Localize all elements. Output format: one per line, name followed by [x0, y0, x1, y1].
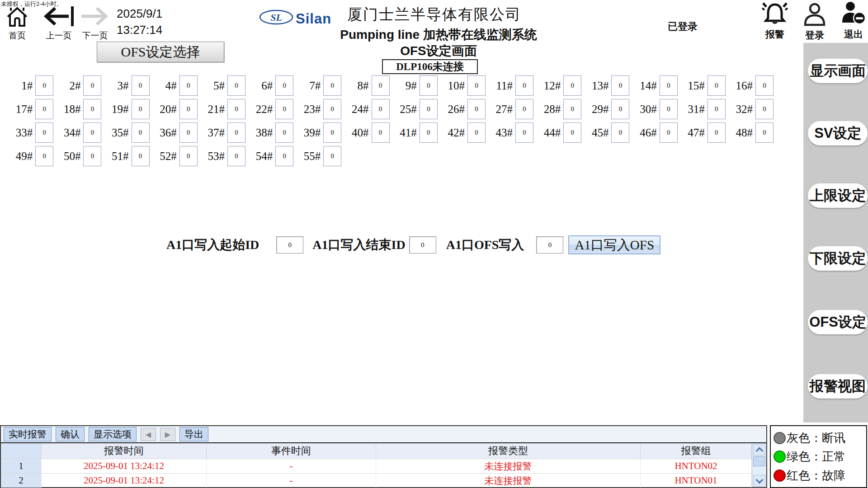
channel-value-input[interactable]: 0 — [563, 75, 581, 96]
channel-value-input[interactable]: 0 — [660, 122, 678, 143]
channel-value-input[interactable]: 0 — [227, 99, 245, 119]
channel-value-input[interactable]: 0 — [515, 75, 533, 96]
channel-value-input[interactable]: 0 — [132, 146, 150, 166]
channel-value-input[interactable]: 0 — [275, 75, 293, 96]
channel-value-input[interactable]: 0 — [467, 75, 486, 96]
channel-label: 30# — [629, 103, 659, 116]
channel-value-input[interactable]: 0 — [660, 75, 678, 96]
sidebar-item-lower-limit-setting[interactable]: 下限设定 — [808, 246, 868, 271]
channel-value-input[interactable]: 0 — [611, 75, 629, 96]
login-button[interactable]: 登录 — [802, 3, 827, 42]
a1-ofs-value-input[interactable]: 0 — [536, 236, 563, 253]
channel-value-input[interactable]: 0 — [275, 122, 293, 143]
sidebar-item-ofs-setting[interactable]: OFS设定 — [808, 310, 868, 334]
channel-value-input[interactable]: 0 — [83, 75, 101, 96]
channel-value-input[interactable]: 0 — [132, 99, 150, 119]
next-page-button[interactable]: 下一页 — [78, 5, 112, 42]
home-button[interactable]: 首页 — [5, 5, 30, 42]
login-status-badge: 已登录 — [668, 20, 698, 33]
alarm-table-row[interactable]: 22025-09-01 13:24:12-未连接报警HNTON01 — [1, 473, 752, 488]
channel-value-input[interactable]: 0 — [372, 99, 390, 119]
sidebar-item-upper-limit-setting[interactable]: 上限设定 — [808, 183, 868, 208]
legend-label: 绿色：正常 — [787, 449, 845, 465]
alarm-nav-label: 报警 — [761, 28, 788, 41]
channel-value-input[interactable]: 0 — [227, 75, 245, 96]
channel-value-input[interactable]: 0 — [275, 146, 293, 166]
sidebar-item-alarm-view[interactable]: 报警视图 — [808, 374, 868, 399]
export-button[interactable]: 导出 — [179, 427, 208, 441]
channel-value-input[interactable]: 0 — [132, 75, 150, 96]
channel-value-input[interactable]: 0 — [179, 146, 198, 166]
channel-value-input[interactable]: 0 — [611, 122, 629, 143]
page-left-button[interactable]: ◀ — [141, 428, 156, 441]
channel-value-input[interactable]: 0 — [708, 99, 726, 119]
channel-value-input[interactable]: 0 — [179, 99, 198, 119]
channel-cell: 33#0 — [5, 122, 53, 143]
realtime-alarm-button[interactable]: 实时报警 — [4, 427, 52, 441]
channel-value-input[interactable]: 0 — [323, 146, 341, 166]
prev-page-button[interactable]: 上一页 — [42, 5, 76, 42]
channel-value-input[interactable]: 0 — [227, 122, 245, 143]
channel-value-input[interactable]: 0 — [83, 99, 101, 119]
channel-value-input[interactable]: 0 — [372, 75, 390, 96]
scroll-up-button[interactable] — [753, 444, 765, 455]
channel-value-input[interactable]: 0 — [372, 122, 390, 143]
channel-value-input[interactable]: 0 — [611, 99, 629, 119]
channel-value-input[interactable]: 0 — [515, 122, 533, 143]
legend-label: 灰色：断讯 — [787, 430, 845, 446]
channel-value-input[interactable]: 0 — [179, 75, 198, 96]
channel-value-input[interactable]: 0 — [755, 99, 774, 119]
channel-value-input[interactable]: 0 — [515, 99, 533, 119]
display-options-button[interactable]: 显示选项 — [89, 427, 137, 441]
channel-cell: 5#0 — [198, 75, 245, 96]
channel-value-input[interactable]: 0 — [132, 122, 150, 143]
channel-value-input[interactable]: 0 — [563, 122, 581, 143]
a1-write-controls: A1口写入起始ID 0 A1口写入结束ID 0 A1口OFS写入 0 A1口写入… — [166, 235, 660, 255]
channel-value-input[interactable]: 0 — [35, 75, 53, 96]
prev-page-label: 上一页 — [42, 30, 76, 42]
channel-cell: 20#0 — [150, 99, 198, 120]
channel-value-input[interactable]: 0 — [83, 122, 101, 143]
a1-end-id-input[interactable]: 0 — [409, 236, 436, 253]
channel-value-input[interactable]: 0 — [420, 75, 438, 96]
channel-value-input[interactable]: 0 — [708, 75, 726, 96]
channel-value-input[interactable]: 0 — [323, 99, 341, 119]
channel-value-input[interactable]: 0 — [708, 122, 726, 143]
channel-value-input[interactable]: 0 — [83, 146, 101, 166]
channel-value-input[interactable]: 0 — [755, 75, 774, 96]
a1-start-id-input[interactable]: 0 — [276, 236, 303, 253]
channel-value-input[interactable]: 0 — [323, 75, 341, 96]
channel-value-input[interactable]: 0 — [755, 122, 774, 143]
channel-value-input[interactable]: 0 — [227, 146, 245, 166]
alarm-table-scrollbar[interactable] — [752, 443, 766, 487]
channel-cell: 42#0 — [438, 122, 486, 143]
confirm-button[interactable]: 确认 — [56, 427, 85, 441]
channel-value-input[interactable]: 0 — [35, 99, 53, 119]
channel-value-input[interactable]: 0 — [179, 122, 198, 143]
channel-value-input[interactable]: 0 — [467, 122, 486, 143]
a1-write-ofs-button[interactable]: A1口写入OFS — [568, 235, 660, 254]
channel-cell: 21#0 — [198, 99, 245, 120]
channel-value-input[interactable]: 0 — [467, 99, 486, 119]
channel-value-input[interactable]: 0 — [420, 122, 438, 143]
sidebar-item-sv-setting[interactable]: SV设定 — [808, 121, 868, 145]
channel-value-input[interactable]: 0 — [563, 99, 581, 119]
channel-label: 18# — [53, 103, 83, 116]
page-right-button[interactable]: ▶ — [160, 428, 175, 441]
channel-value-input[interactable]: 0 — [35, 122, 53, 143]
scroll-down-button[interactable] — [753, 475, 765, 487]
channel-label: 29# — [581, 103, 611, 116]
sidebar-item-display-screen[interactable]: 显示画面 — [808, 59, 868, 83]
scrollbar-thumb[interactable] — [753, 456, 765, 466]
channel-value-input[interactable]: 0 — [420, 99, 438, 119]
ofs-select-button[interactable]: OFS设定选择 — [97, 42, 224, 62]
channel-value-input[interactable]: 0 — [323, 122, 341, 143]
channel-value-input[interactable]: 0 — [35, 146, 53, 166]
logout-button[interactable]: 退出 — [840, 1, 867, 41]
channel-cell: 48#0 — [726, 122, 774, 143]
channel-value-input[interactable]: 0 — [660, 99, 678, 119]
alarm-table: 报警时间事件时间报警类型报警组 12025-09-01 13:24:12-未连接… — [1, 443, 752, 487]
alarm-nav-button[interactable]: 报警 — [761, 1, 788, 41]
channel-value-input[interactable]: 0 — [275, 99, 293, 119]
alarm-table-row[interactable]: 12025-09-01 13:24:12-未连接报警HNTON02 — [1, 459, 752, 473]
